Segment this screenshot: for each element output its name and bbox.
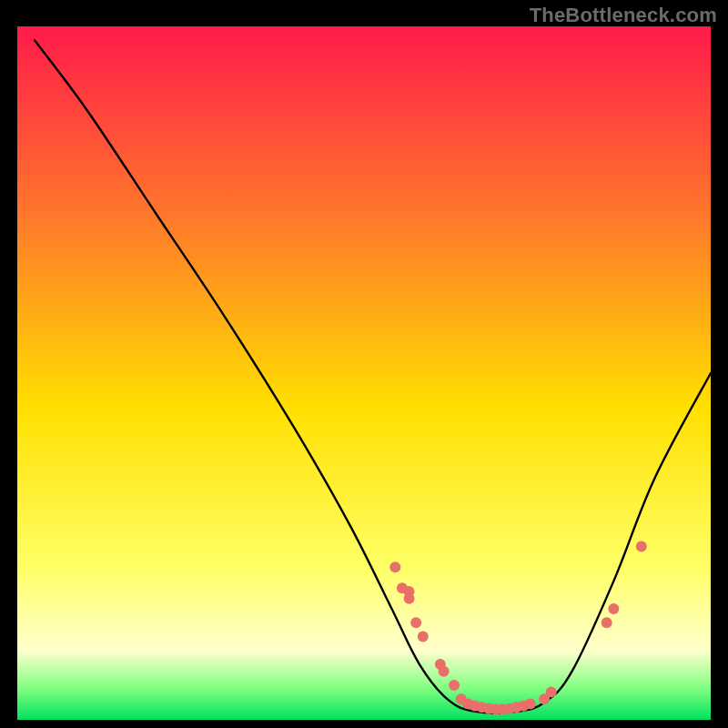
data-point-marker bbox=[404, 586, 415, 597]
data-point-marker bbox=[418, 632, 429, 642]
chart-svg bbox=[17, 26, 711, 720]
data-point-marker bbox=[602, 617, 612, 628]
data-point-marker bbox=[449, 680, 460, 691]
watermark-text: TheBottleneck.com bbox=[530, 4, 717, 27]
data-point-marker bbox=[439, 666, 450, 677]
chart-stage: TheBottleneck.com bbox=[0, 0, 728, 728]
data-point-marker bbox=[608, 603, 619, 614]
data-point-marker bbox=[546, 687, 557, 698]
gradient-background bbox=[17, 26, 711, 720]
data-point-marker bbox=[525, 698, 536, 709]
data-point-marker bbox=[410, 617, 421, 628]
data-point-marker bbox=[636, 541, 647, 552]
plot-area bbox=[17, 26, 711, 720]
data-point-marker bbox=[389, 561, 400, 572]
